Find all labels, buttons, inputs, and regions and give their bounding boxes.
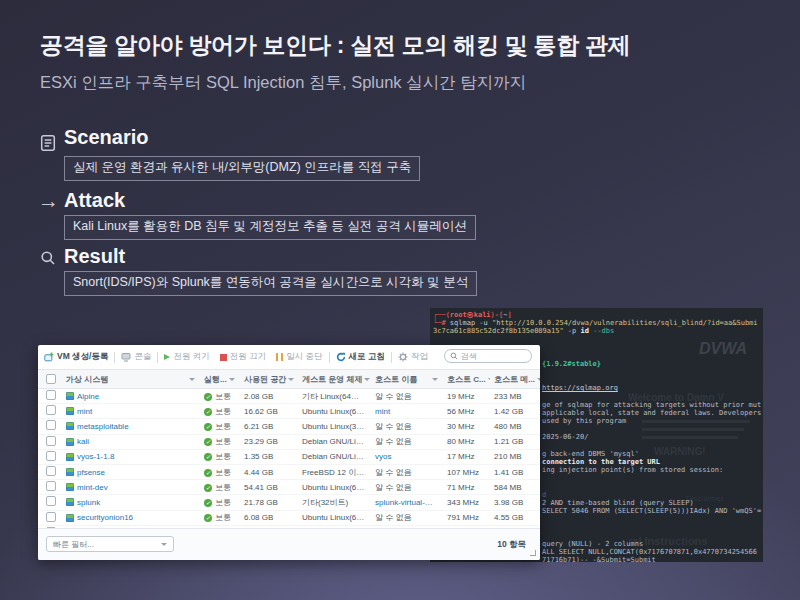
vm-name-link[interactable]: pfsense: [77, 468, 105, 477]
esxi-vm-client-window: VM 생성/등록 콘솔 전원 켜기 전원 끄기 일시 중단: [38, 345, 540, 560]
terminal-line: [542, 425, 761, 433]
host-name-value: 알 수 없음: [371, 512, 443, 523]
status-label: 보통: [215, 392, 231, 401]
host-mem-value: 1.41 GB: [490, 468, 540, 477]
status-label: 보통: [215, 407, 231, 416]
row-checkbox[interactable]: [46, 436, 56, 446]
used-space-value: 6.08 GB: [240, 513, 298, 522]
host-name-value: mint: [371, 407, 443, 416]
vm-icon: [66, 468, 74, 476]
terminal-line: applicable local, state and federal laws…: [542, 409, 761, 417]
host-name-value: 알 수 없음: [371, 391, 443, 402]
vm-name-link[interactable]: splunk: [77, 498, 100, 507]
column-header-vm[interactable]: 가상 시스템: [62, 374, 200, 385]
row-checkbox[interactable]: [46, 512, 56, 522]
refresh-button[interactable]: 새로 고침: [336, 351, 385, 363]
search-input[interactable]: [461, 352, 521, 361]
section-description-attack: Kali Linux를 활용한 DB 침투 및 계정정보 추출 등 실전 공격 …: [64, 215, 476, 240]
vm-name-link[interactable]: Alpine: [77, 392, 99, 401]
power-on-button[interactable]: 전원 켜기: [164, 351, 209, 363]
row-checkbox[interactable]: [46, 451, 56, 461]
vm-toolbar: VM 생성/등록 콘솔 전원 켜기 전원 끄기 일시 중단: [38, 345, 540, 370]
refresh-icon: [336, 352, 346, 362]
host-cpu-value: 343 MHz: [443, 498, 490, 507]
table-row[interactable]: Alpine ✓보통 2.08 GB 기타 Linux(64비트) 알 수 없음…: [38, 389, 540, 404]
table-row[interactable]: mint-dev ✓보통 54.41 GB Ubuntu Linux(64비..…: [38, 480, 540, 495]
status-label: 보통: [215, 483, 231, 492]
host-name-value: splunk-virtual-mac...: [371, 498, 443, 507]
status-label: 보통: [215, 468, 231, 477]
suspend-button[interactable]: 일시 중단: [276, 351, 322, 363]
terminal-line: {1.9.2#stable}: [542, 360, 761, 368]
vm-icon: [66, 422, 74, 430]
vm-name-link[interactable]: mint-dev: [77, 483, 108, 492]
status-ok-icon: ✓: [204, 438, 212, 446]
row-checkbox[interactable]: [46, 420, 56, 430]
table-row[interactable]: metasploitable ✓보통 6.21 GB Ubuntu Linux(…: [38, 419, 540, 434]
vm-name-link[interactable]: securityonion16: [77, 513, 133, 522]
host-mem-value: 233 MB: [490, 392, 540, 401]
host-cpu-value: 56 MHz: [443, 407, 490, 416]
status-label: 보통: [215, 452, 231, 461]
vm-icon: [66, 392, 74, 400]
table-row[interactable]: securityonion16 ✓보통 6.08 GB Ubuntu Linux…: [38, 511, 540, 526]
actions-button[interactable]: 작업: [398, 351, 428, 363]
host-name-value: 알 수 없음: [371, 467, 443, 478]
vm-name-link[interactable]: metasploitable: [77, 422, 129, 431]
column-header-host-name[interactable]: 호스트 이름: [371, 374, 443, 385]
table-row[interactable]: kali ✓보통 23.29 GB Debian GNU/Linux... 알 …: [38, 435, 540, 450]
gear-icon: [398, 352, 408, 362]
chevron-down-icon: [537, 378, 540, 381]
resize-handle[interactable]: [530, 550, 536, 556]
suspend-icon: [276, 353, 283, 361]
status-ok-icon: ✓: [204, 408, 212, 416]
host-mem-value: 1.42 GB: [490, 407, 540, 416]
quick-filter-select[interactable]: 빠른 필터...: [46, 536, 174, 552]
guest-os-value: Ubuntu Linux(64비...: [298, 512, 371, 523]
section-heading-attack: Attack: [64, 189, 125, 212]
vm-name-link[interactable]: mint: [77, 407, 92, 416]
table-row[interactable]: mint ✓보통 16.62 GB Ubuntu Linux(64비... mi…: [38, 404, 540, 419]
used-space-value: 21.78 GB: [240, 498, 298, 507]
guest-os-value: Ubuntu Linux(64비...: [298, 406, 371, 417]
status-label: 보통: [215, 513, 231, 522]
guest-os-value: Debian GNU/Linux...: [298, 437, 371, 446]
host-name-value: vyos: [371, 452, 443, 461]
table-header-row: 가상 시스템 실행... 사용된 공간 게스트 운영 체제 호스트 이름 호스트…: [38, 370, 540, 389]
terminal-line: ALL SELECT NULL,CONCAT(0x7176707871,0x47…: [542, 548, 761, 556]
table-row[interactable]: vyos-1-1.8 ✓보통 1.35 GB Debian GNU/Linux.…: [38, 450, 540, 465]
terminal-line: [542, 474, 761, 482]
column-header-status[interactable]: 실행...: [200, 374, 240, 385]
status-label: 보통: [215, 422, 231, 431]
row-checkbox[interactable]: [46, 466, 56, 476]
vm-name-link[interactable]: kali: [77, 437, 89, 446]
table-footer: 빠른 필터... 10 항목: [38, 528, 540, 560]
vm-name-link[interactable]: vyos-1-1.8: [77, 452, 114, 461]
column-header-host-mem[interactable]: 호스트 메...: [490, 374, 540, 385]
host-mem-value: 584 MB: [490, 483, 540, 492]
row-checkbox[interactable]: [46, 405, 56, 415]
table-row[interactable]: pfsense ✓보통 4.44 GB FreeBSD 12 이상 ... 알 …: [38, 465, 540, 480]
status-ok-icon: ✓: [204, 393, 212, 401]
terminal-line: [542, 343, 761, 351]
terminal-line: g back-end DBMS 'mysql': [542, 450, 761, 458]
row-checkbox[interactable]: [46, 481, 56, 491]
column-header-host-cpu[interactable]: 호스트 C...: [443, 374, 490, 385]
vm-create-button[interactable]: VM 생성/등록: [44, 351, 108, 363]
console-button[interactable]: 콘솔: [121, 351, 151, 363]
chevron-down-icon: [161, 543, 167, 546]
table-row[interactable]: splunk ✓보통 21.78 GB 기타(32비트) splunk-virt…: [38, 495, 540, 510]
power-off-button[interactable]: 전원 끄기: [220, 351, 266, 363]
status-ok-icon: ✓: [204, 423, 212, 431]
used-space-value: 54.41 GB: [240, 483, 298, 492]
document-icon: [40, 134, 56, 152]
section-heading-scenario: Scenario: [64, 126, 148, 149]
guest-os-value: 기타 Linux(64비트): [298, 391, 371, 402]
column-header-space[interactable]: 사용된 공간: [240, 374, 298, 385]
row-checkbox[interactable]: [46, 496, 56, 506]
search-icon: [40, 250, 56, 266]
select-all-checkbox[interactable]: [46, 374, 56, 384]
column-header-guest-os[interactable]: 게스트 운영 체제: [298, 374, 371, 385]
host-name-value: 알 수 없음: [371, 436, 443, 447]
row-checkbox[interactable]: [46, 390, 56, 400]
